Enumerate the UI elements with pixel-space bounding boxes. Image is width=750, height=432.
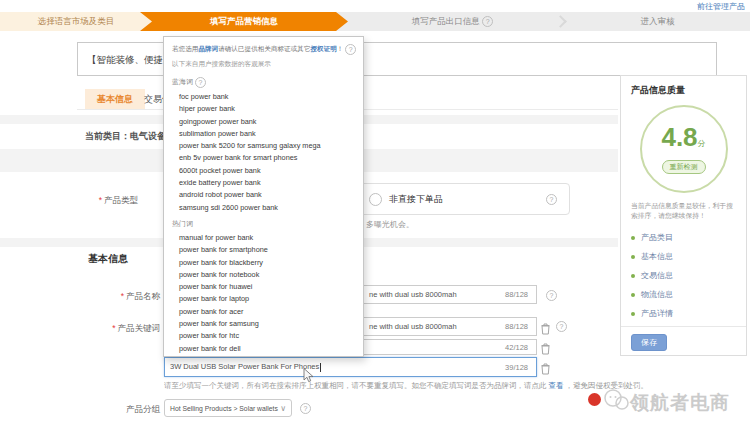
- product-type-label: *产品类型: [60, 195, 138, 207]
- step-review[interactable]: 进入审核: [565, 12, 750, 31]
- product-group-value: Hot Selling Products > Solar wallets: [170, 405, 278, 412]
- suggestion-item[interactable]: power bank for laptop: [172, 293, 355, 305]
- chevron-down-icon: ∨: [280, 400, 286, 417]
- hot-word-list: manual for power bank power bank for sma…: [172, 232, 355, 355]
- suggestion-item[interactable]: android robot power bank: [172, 189, 355, 201]
- product-name-label: *产品名称: [60, 291, 160, 303]
- radio-button-icon[interactable]: [369, 193, 382, 206]
- suggestion-item[interactable]: power bank for notebook: [172, 269, 355, 281]
- brand-word-notice: 若您选用品牌词请确认已提供相关商标证或其它授权证明！ ?: [172, 44, 355, 55]
- char-count: 42/128: [505, 343, 536, 352]
- suggestion-item[interactable]: goingpower power bank: [172, 116, 355, 128]
- quality-item[interactable]: 产品详情: [631, 304, 736, 323]
- blue-ocean-word-list: foc power bank hiper power bank goingpow…: [172, 91, 355, 214]
- publish-product-page: 前往管理产品 选择语言市场及类目 填写产品营销信息 填写产品出口信息 ? 进入审…: [0, 0, 750, 432]
- quality-panel: 产品信息质量 4.8分 重新检测 当前产品信息质量是较佳，利于搜索排序，请您继续…: [620, 75, 747, 356]
- green-dot-icon: [631, 274, 635, 278]
- quality-item[interactable]: 交易信息: [631, 266, 736, 285]
- suggestion-item[interactable]: power bank for smartphone: [172, 244, 355, 256]
- brand-word-link[interactable]: 品牌词: [198, 45, 218, 52]
- quality-item[interactable]: 基本信息: [631, 247, 736, 266]
- product-group-select[interactable]: Hot Selling Products > Solar wallets ∨: [164, 399, 292, 417]
- suggestion-item[interactable]: manual for power bank: [172, 232, 355, 244]
- help-icon[interactable]: ?: [345, 44, 356, 55]
- hot-words-title: 热门词: [172, 219, 355, 229]
- trash-icon[interactable]: [541, 341, 550, 359]
- char-count: 39/128: [505, 363, 536, 372]
- step-export-info[interactable]: 填写产品出口信息 ?: [350, 12, 555, 31]
- char-count: 88/128: [505, 322, 536, 331]
- text-caret: [320, 363, 321, 372]
- quality-panel-title: 产品信息质量: [621, 76, 746, 101]
- suggestion-item[interactable]: sublimation power bank: [172, 128, 355, 140]
- panel-divider: [621, 326, 746, 327]
- help-icon[interactable]: ?: [546, 290, 557, 301]
- suggestion-item[interactable]: enb 5v power bank for smart phones: [172, 152, 355, 164]
- quality-score: 4.8分: [661, 125, 705, 156]
- required-asterisk: *: [99, 195, 102, 205]
- green-dot-icon: [631, 293, 635, 297]
- wechat-logo-icon: [603, 388, 629, 416]
- help-icon[interactable]: ?: [556, 321, 567, 332]
- quality-item[interactable]: 产品类目: [631, 228, 736, 247]
- step-choose-market[interactable]: 选择语言市场及类目: [0, 12, 152, 31]
- help-icon[interactable]: ?: [482, 16, 493, 27]
- basic-info-section-title: 基本信息: [88, 252, 128, 266]
- green-dot-icon: [631, 312, 635, 316]
- help-icon[interactable]: ?: [546, 194, 557, 205]
- suggestion-item[interactable]: power bank for dell: [172, 343, 355, 355]
- green-dot-icon: [631, 255, 635, 259]
- quality-item[interactable]: 物流信息: [631, 285, 736, 304]
- quality-description: 当前产品信息质量是较佳，利于搜索排序，请您继续保持！: [621, 201, 746, 221]
- quality-score-circle: 4.8分 重新检测: [640, 105, 728, 193]
- note-view-link[interactable]: 查看: [549, 381, 564, 390]
- product-group-label: 产品分组: [60, 404, 160, 416]
- step-marketing-info-active[interactable]: 填写产品营销信息: [140, 12, 348, 31]
- suggestion-item[interactable]: power bank for htc: [172, 330, 355, 342]
- step-export-info-label: 填写产品出口信息: [412, 16, 480, 26]
- mouse-cursor-icon: [303, 368, 315, 388]
- save-button[interactable]: 保存: [631, 334, 667, 351]
- suggestion-item[interactable]: foc power bank: [172, 91, 355, 103]
- manage-products-link[interactable]: 前往管理产品: [697, 1, 745, 12]
- help-icon[interactable]: ?: [300, 403, 311, 414]
- watermark-text: 领航者电商: [630, 390, 730, 416]
- blue-ocean-words-title: 蓝海词 ?: [172, 77, 355, 88]
- current-category-text: 当前类目：电气设备: [85, 130, 166, 143]
- keyword-3-value: 3W Dual USB Solar Power Bank For Phones: [165, 362, 505, 372]
- suggestion-item[interactable]: hiper power bank: [172, 103, 355, 115]
- trash-icon[interactable]: [541, 361, 550, 379]
- suggestion-item[interactable]: power bank for huawei: [172, 281, 355, 293]
- quality-item-list: 产品类目 基本信息 交易信息 物流信息 产品详情: [621, 228, 746, 323]
- auth-cert-link[interactable]: 授权证明: [310, 45, 336, 52]
- suggestion-item[interactable]: samsung sdi 2600 power bank: [172, 202, 355, 214]
- product-type-option-box[interactable]: 非直接下单品 ?: [338, 183, 570, 215]
- product-keywords-label: *产品关键词: [60, 323, 160, 335]
- product-type-hint-fragment: 多曝光机会。: [366, 219, 414, 230]
- tab-basic-info[interactable]: 基本信息: [85, 89, 145, 109]
- suggestion-item[interactable]: power bank for samsung: [172, 318, 355, 330]
- trash-icon[interactable]: [541, 321, 550, 339]
- help-icon[interactable]: ?: [195, 77, 206, 88]
- suggestion-item[interactable]: exide battery power bank: [172, 177, 355, 189]
- recheck-button[interactable]: 重新检测: [662, 160, 706, 174]
- keyword-suggestion-dropdown: 若您选用品牌词请确认已提供相关商标证或其它授权证明！ ? 以下来自用户搜索数据的…: [163, 36, 364, 357]
- green-dot-icon: [631, 236, 635, 240]
- watermark-red-dot-icon: [588, 393, 601, 406]
- suggestion-item[interactable]: power bank 5200 for samsung galaxy mega: [172, 140, 355, 152]
- keyword-input-3-active[interactable]: 3W Dual USB Solar Power Bank For Phones …: [164, 357, 537, 377]
- suggestion-subtitle: 以下来自用户搜索数据的客观展示: [172, 60, 355, 69]
- radio-option-label: 非直接下单品: [389, 184, 443, 214]
- suggestion-item[interactable]: power bank for blackberry: [172, 257, 355, 269]
- char-count: 88/128: [505, 290, 536, 299]
- suggestion-item[interactable]: power bank for acer: [172, 306, 355, 318]
- title-banner-text: 【智能装修、便捷: [87, 54, 163, 65]
- suggestion-item[interactable]: 6000t pocket power bank: [172, 165, 355, 177]
